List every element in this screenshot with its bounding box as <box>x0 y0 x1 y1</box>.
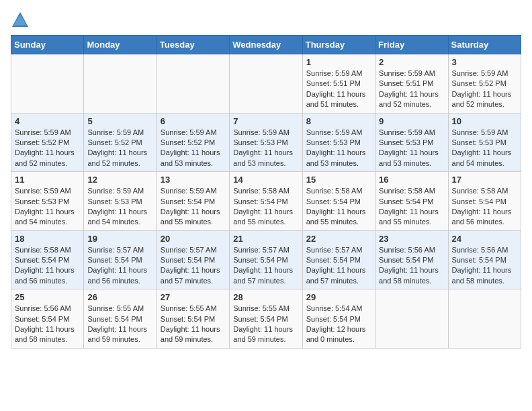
day-cell: 12Sunrise: 5:59 AM Sunset: 5:53 PM Dayli… <box>84 172 157 231</box>
day-info: Sunrise: 5:59 AM Sunset: 5:54 PM Dayligh… <box>161 186 226 228</box>
day-cell: 11Sunrise: 5:59 AM Sunset: 5:53 PM Dayli… <box>11 172 84 231</box>
day-number: 22 <box>306 234 371 244</box>
day-number: 16 <box>379 175 444 185</box>
day-info: Sunrise: 5:58 AM Sunset: 5:54 PM Dayligh… <box>15 245 80 287</box>
day-cell: 1Sunrise: 5:59 AM Sunset: 5:51 PM Daylig… <box>302 54 375 113</box>
day-cell: 24Sunrise: 5:56 AM Sunset: 5:54 PM Dayli… <box>448 230 521 289</box>
week-row-2: 4Sunrise: 5:59 AM Sunset: 5:52 PM Daylig… <box>11 113 521 172</box>
week-row-5: 25Sunrise: 5:56 AM Sunset: 5:54 PM Dayli… <box>11 289 521 349</box>
day-number: 3 <box>452 57 517 67</box>
day-info: Sunrise: 5:54 AM Sunset: 5:54 PM Dayligh… <box>306 304 371 345</box>
day-cell <box>375 289 448 349</box>
day-cell: 26Sunrise: 5:55 AM Sunset: 5:54 PM Dayli… <box>84 289 157 349</box>
day-info: Sunrise: 5:59 AM Sunset: 5:52 PM Dayligh… <box>87 128 152 169</box>
day-cell: 5Sunrise: 5:59 AM Sunset: 5:52 PM Daylig… <box>84 113 157 172</box>
day-cell <box>11 54 84 113</box>
day-number: 25 <box>15 292 80 302</box>
day-number: 8 <box>306 116 371 126</box>
header-tuesday: Tuesday <box>157 36 229 54</box>
day-cell: 8Sunrise: 5:59 AM Sunset: 5:53 PM Daylig… <box>302 113 375 172</box>
day-number: 14 <box>233 175 298 185</box>
day-cell: 21Sunrise: 5:57 AM Sunset: 5:54 PM Dayli… <box>230 230 302 289</box>
day-number: 11 <box>15 175 80 185</box>
day-cell: 28Sunrise: 5:55 AM Sunset: 5:54 PM Dayli… <box>230 289 302 349</box>
day-number: 18 <box>15 234 80 244</box>
day-info: Sunrise: 5:59 AM Sunset: 5:52 PM Dayligh… <box>452 68 517 110</box>
day-info: Sunrise: 5:59 AM Sunset: 5:53 PM Dayligh… <box>452 128 517 169</box>
header-saturday: Saturday <box>448 36 521 54</box>
day-cell: 6Sunrise: 5:59 AM Sunset: 5:52 PM Daylig… <box>157 113 229 172</box>
day-info: Sunrise: 5:57 AM Sunset: 5:54 PM Dayligh… <box>161 245 226 287</box>
day-cell <box>448 289 521 349</box>
day-info: Sunrise: 5:59 AM Sunset: 5:53 PM Dayligh… <box>379 128 444 169</box>
day-number: 19 <box>87 234 152 244</box>
day-info: Sunrise: 5:55 AM Sunset: 5:54 PM Dayligh… <box>87 304 152 345</box>
day-cell <box>84 54 157 113</box>
day-number: 9 <box>379 116 444 126</box>
header-monday: Monday <box>84 36 157 54</box>
day-cell: 2Sunrise: 5:59 AM Sunset: 5:51 PM Daylig… <box>375 54 448 113</box>
logo <box>11 11 32 30</box>
day-number: 1 <box>306 57 371 67</box>
day-cell: 4Sunrise: 5:59 AM Sunset: 5:52 PM Daylig… <box>11 113 84 172</box>
day-info: Sunrise: 5:59 AM Sunset: 5:53 PM Dayligh… <box>87 186 152 228</box>
day-info: Sunrise: 5:55 AM Sunset: 5:54 PM Dayligh… <box>233 304 298 345</box>
day-info: Sunrise: 5:58 AM Sunset: 5:54 PM Dayligh… <box>233 186 298 228</box>
header-thursday: Thursday <box>302 36 375 54</box>
calendar-table: SundayMondayTuesdayWednesdayThursdayFrid… <box>11 35 521 349</box>
day-number: 4 <box>15 116 80 126</box>
week-row-1: 1Sunrise: 5:59 AM Sunset: 5:51 PM Daylig… <box>11 54 521 113</box>
day-number: 21 <box>233 234 298 244</box>
day-number: 26 <box>87 292 152 302</box>
day-info: Sunrise: 5:59 AM Sunset: 5:53 PM Dayligh… <box>15 186 80 228</box>
day-cell: 10Sunrise: 5:59 AM Sunset: 5:53 PM Dayli… <box>448 113 521 172</box>
day-number: 15 <box>306 175 371 185</box>
day-number: 12 <box>87 175 152 185</box>
header-friday: Friday <box>375 36 448 54</box>
day-info: Sunrise: 5:58 AM Sunset: 5:54 PM Dayligh… <box>306 186 371 228</box>
day-cell: 16Sunrise: 5:58 AM Sunset: 5:54 PM Dayli… <box>375 172 448 231</box>
day-number: 23 <box>379 234 444 244</box>
day-info: Sunrise: 5:59 AM Sunset: 5:53 PM Dayligh… <box>233 128 298 169</box>
day-cell: 7Sunrise: 5:59 AM Sunset: 5:53 PM Daylig… <box>230 113 302 172</box>
day-info: Sunrise: 5:59 AM Sunset: 5:52 PM Dayligh… <box>15 128 80 169</box>
day-cell <box>157 54 229 113</box>
day-number: 6 <box>161 116 226 126</box>
day-number: 5 <box>87 116 152 126</box>
week-row-4: 18Sunrise: 5:58 AM Sunset: 5:54 PM Dayli… <box>11 230 521 289</box>
day-info: Sunrise: 5:59 AM Sunset: 5:52 PM Dayligh… <box>161 128 226 169</box>
day-info: Sunrise: 5:58 AM Sunset: 5:54 PM Dayligh… <box>452 186 517 228</box>
day-number: 27 <box>161 292 226 302</box>
day-info: Sunrise: 5:55 AM Sunset: 5:54 PM Dayligh… <box>161 304 226 345</box>
day-info: Sunrise: 5:57 AM Sunset: 5:54 PM Dayligh… <box>306 245 371 287</box>
day-number: 2 <box>379 57 444 67</box>
day-cell: 18Sunrise: 5:58 AM Sunset: 5:54 PM Dayli… <box>11 230 84 289</box>
day-cell: 14Sunrise: 5:58 AM Sunset: 5:54 PM Dayli… <box>230 172 302 231</box>
header-wednesday: Wednesday <box>230 36 302 54</box>
day-info: Sunrise: 5:59 AM Sunset: 5:51 PM Dayligh… <box>306 68 371 110</box>
header <box>11 11 521 30</box>
header-sunday: Sunday <box>11 36 84 54</box>
day-cell: 25Sunrise: 5:56 AM Sunset: 5:54 PM Dayli… <box>11 289 84 349</box>
day-info: Sunrise: 5:56 AM Sunset: 5:54 PM Dayligh… <box>15 304 80 345</box>
day-cell: 19Sunrise: 5:57 AM Sunset: 5:54 PM Dayli… <box>84 230 157 289</box>
day-info: Sunrise: 5:57 AM Sunset: 5:54 PM Dayligh… <box>233 245 298 287</box>
day-info: Sunrise: 5:56 AM Sunset: 5:54 PM Dayligh… <box>452 245 517 287</box>
day-number: 7 <box>233 116 298 126</box>
day-cell: 22Sunrise: 5:57 AM Sunset: 5:54 PM Dayli… <box>302 230 375 289</box>
day-info: Sunrise: 5:57 AM Sunset: 5:54 PM Dayligh… <box>87 245 152 287</box>
day-cell: 20Sunrise: 5:57 AM Sunset: 5:54 PM Dayli… <box>157 230 229 289</box>
day-cell: 9Sunrise: 5:59 AM Sunset: 5:53 PM Daylig… <box>375 113 448 172</box>
day-info: Sunrise: 5:56 AM Sunset: 5:54 PM Dayligh… <box>379 245 444 287</box>
day-number: 17 <box>452 175 517 185</box>
week-row-3: 11Sunrise: 5:59 AM Sunset: 5:53 PM Dayli… <box>11 172 521 231</box>
day-cell: 17Sunrise: 5:58 AM Sunset: 5:54 PM Dayli… <box>448 172 521 231</box>
day-info: Sunrise: 5:58 AM Sunset: 5:54 PM Dayligh… <box>379 186 444 228</box>
day-cell: 3Sunrise: 5:59 AM Sunset: 5:52 PM Daylig… <box>448 54 521 113</box>
day-cell: 27Sunrise: 5:55 AM Sunset: 5:54 PM Dayli… <box>157 289 229 349</box>
day-number: 13 <box>161 175 226 185</box>
day-number: 29 <box>306 292 371 302</box>
day-cell: 15Sunrise: 5:58 AM Sunset: 5:54 PM Dayli… <box>302 172 375 231</box>
day-info: Sunrise: 5:59 AM Sunset: 5:51 PM Dayligh… <box>379 68 444 110</box>
day-cell: 29Sunrise: 5:54 AM Sunset: 5:54 PM Dayli… <box>302 289 375 349</box>
